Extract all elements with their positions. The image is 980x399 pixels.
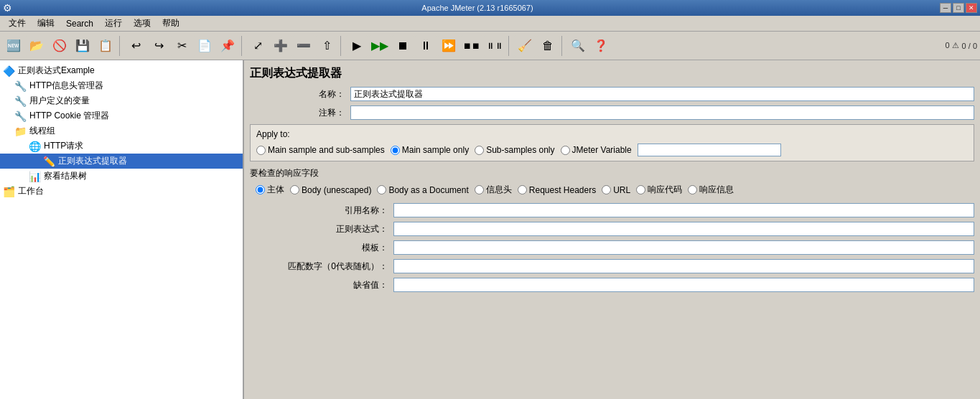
menu-item-帮助[interactable]: 帮助 <box>157 16 185 31</box>
menu-item-文件[interactable]: 文件 <box>3 16 32 31</box>
stop-button[interactable]: ⏹ <box>392 35 414 57</box>
tree-icon-root: 🔷 <box>3 65 15 77</box>
move-up-button[interactable]: ⇧ <box>316 35 337 57</box>
tree-label-cookie: HTTP Cookie 管理器 <box>29 110 109 122</box>
close-button[interactable]: ✕ <box>966 3 977 13</box>
comment-label: 注释： <box>250 107 350 119</box>
tree-node-regex-extractor[interactable]: ✏️正则表达式提取器 <box>0 154 243 169</box>
tree-label-http-req: HTTP请求 <box>44 140 83 152</box>
comment-row: 注释： <box>250 105 974 120</box>
apply-to-option-sub-only[interactable]: Sub-samples only <box>475 145 554 155</box>
tree-node-thread-group[interactable]: 📁线程组 <box>0 123 243 139</box>
apply-to-option-jmeter-var[interactable]: JMeter Variable <box>561 145 632 155</box>
remote-shutdown-button[interactable]: ⏸⏸ <box>484 35 505 57</box>
window-title: Apache JMeter (2.13 r1665067) <box>419 4 533 12</box>
save-button[interactable]: 💾 <box>72 35 93 57</box>
field-row-2: 模板： <box>250 240 974 255</box>
panel-title: 正则表达式提取器 <box>250 66 974 81</box>
name-input[interactable] <box>350 87 974 101</box>
remove-button[interactable]: ➖ <box>293 35 314 57</box>
tree-label-user-vars: 用户定义的变量 <box>29 95 90 107</box>
field-label-1: 正则表达式： <box>250 223 393 235</box>
expand-button[interactable]: ⤢ <box>247 35 269 57</box>
window-controls: ─ □ ✕ <box>940 3 977 13</box>
response-option-req-headers[interactable]: Request Headers <box>518 185 596 195</box>
paste-button[interactable]: 📌 <box>217 35 238 57</box>
response-option-url[interactable]: URL <box>602 185 630 195</box>
close-button-tb[interactable]: 🚫 <box>49 35 70 57</box>
response-option-body[interactable]: 主体 <box>256 184 284 196</box>
comment-input[interactable] <box>350 105 974 120</box>
minimize-button[interactable]: ─ <box>940 3 951 13</box>
app-icon: ⚙ <box>3 2 12 14</box>
open-button[interactable]: 📂 <box>26 35 47 57</box>
help-button[interactable]: ❓ <box>590 35 612 57</box>
remote-stop-button[interactable]: ⏹⏹ <box>461 35 482 57</box>
add-button[interactable]: ➕ <box>270 35 291 57</box>
tree-node-cookie[interactable]: 🔧HTTP Cookie 管理器 <box>0 108 243 123</box>
field-row-4: 缺省值： <box>250 278 974 292</box>
run-no-pause-button[interactable]: ▶▶ <box>369 35 391 57</box>
tree-label-thread-group: 线程组 <box>29 125 55 137</box>
toolbar-sep-4 <box>508 36 511 56</box>
main-layout: 🔷正则表达式Example🔧HTTP信息头管理器🔧用户定义的变量🔧HTTP Co… <box>0 60 980 399</box>
name-row: 名称： <box>250 87 974 101</box>
cut-button[interactable]: ✂ <box>171 35 192 57</box>
maximize-button[interactable]: □ <box>953 3 964 13</box>
redo-button[interactable]: ↪ <box>148 35 169 57</box>
copy-button[interactable]: 📄 <box>194 35 215 57</box>
field-input-3[interactable] <box>393 259 974 273</box>
save-as-button[interactable]: 📋 <box>95 35 116 57</box>
response-option-resp-code[interactable]: 响应代码 <box>636 184 682 196</box>
tree-node-user-vars[interactable]: 🔧用户定义的变量 <box>0 93 243 108</box>
tree-node-workbench[interactable]: 🗂️工作台 <box>0 184 243 199</box>
name-label: 名称： <box>250 88 350 100</box>
response-option-body-unescaped[interactable]: Body (unescaped) <box>290 185 371 195</box>
search-tb-button[interactable]: 🔍 <box>567 35 589 57</box>
field-row-0: 引用名称： <box>250 203 974 217</box>
apply-to-option-main-only[interactable]: Main sample only <box>391 145 469 155</box>
menu-item-编辑[interactable]: 编辑 <box>32 16 60 31</box>
tree-node-http-req[interactable]: 🌐HTTP请求 <box>0 139 243 154</box>
remote-run-button[interactable]: ⏩ <box>438 35 459 57</box>
response-option-resp-info[interactable]: 响应信息 <box>688 184 734 196</box>
run-button[interactable]: ▶ <box>346 35 368 57</box>
menu-bar: 文件编辑Search运行选项帮助 <box>0 16 980 32</box>
tree-icon-thread-group: 📁 <box>14 126 27 137</box>
regex-extractor-panel: 正则表达式提取器 名称： 注释： Apply to: Main sample a… <box>250 66 974 292</box>
tree-icon-http-req: 🌐 <box>29 141 41 152</box>
apply-to-label: Apply to: <box>256 129 968 139</box>
tree-label-regex-extractor: 正则表达式提取器 <box>58 155 127 167</box>
toolbar-sep-5 <box>561 36 564 56</box>
jmeter-var-input[interactable] <box>638 144 781 156</box>
clear-button[interactable]: 🧹 <box>514 35 536 57</box>
field-input-1[interactable] <box>393 222 974 236</box>
field-label-2: 模板： <box>250 242 393 254</box>
toolbar-sep-3 <box>340 36 343 56</box>
response-option-body-doc[interactable]: Body as a Document <box>377 185 468 195</box>
run-count: 0 / 0 <box>962 42 977 50</box>
response-field-label: 要检查的响应字段 <box>250 167 319 179</box>
menu-item-Search[interactable]: Search <box>60 17 99 30</box>
shutdown-button[interactable]: ⏸ <box>415 35 437 57</box>
tree-label-http-header: HTTP信息头管理器 <box>29 80 103 92</box>
field-input-0[interactable] <box>393 203 974 217</box>
toolbar: 🆕 📂 🚫 💾 📋 ↩ ↪ ✂ 📄 📌 ⤢ ➕ ➖ ⇧ ▶ ▶▶ ⏹ ⏸ ⏩ ⏹… <box>0 32 980 60</box>
new-button[interactable]: 🆕 <box>3 35 24 57</box>
apply-to-section: Apply to: Main sample and sub-samplesMai… <box>250 124 974 161</box>
clear-all-button[interactable]: 🗑 <box>537 35 559 57</box>
apply-to-option-main-sub[interactable]: Main sample and sub-samples <box>256 145 385 155</box>
tree-icon-cookie: 🔧 <box>14 111 27 122</box>
field-row-1: 正则表达式： <box>250 222 974 236</box>
field-input-4[interactable] <box>393 278 974 292</box>
tree-icon-user-vars: 🔧 <box>14 95 27 107</box>
menu-item-运行[interactable]: 运行 <box>99 16 128 31</box>
tree-node-result-tree[interactable]: 📊察看结果树 <box>0 169 243 184</box>
menu-item-选项[interactable]: 选项 <box>128 16 157 31</box>
field-input-2[interactable] <box>393 240 974 255</box>
response-option-info-header[interactable]: 信息头 <box>475 184 512 196</box>
tree-node-root[interactable]: 🔷正则表达式Example <box>0 63 243 78</box>
undo-button[interactable]: ↩ <box>125 35 146 57</box>
response-radio-group: 主体Body (unescaped)Body as a Document信息头R… <box>250 184 974 196</box>
tree-node-http-header[interactable]: 🔧HTTP信息头管理器 <box>0 78 243 93</box>
